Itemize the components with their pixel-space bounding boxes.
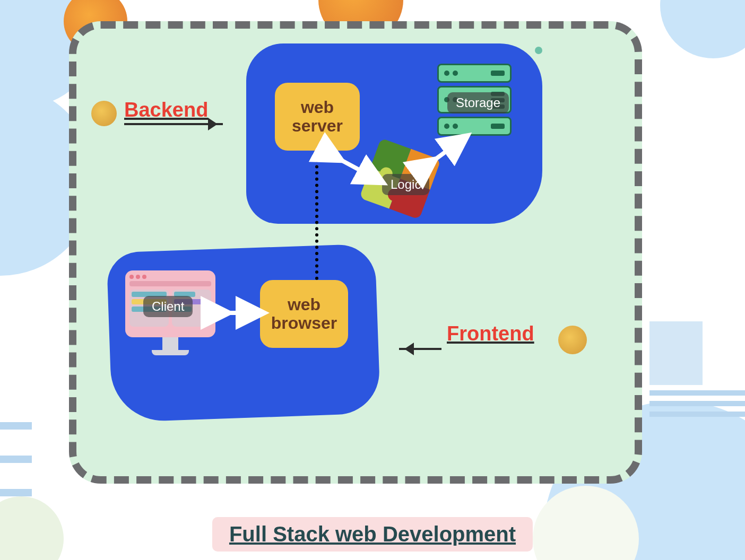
dotted-connector-line xyxy=(315,153,318,280)
bg-shape xyxy=(0,422,32,496)
client-label: Client xyxy=(143,296,193,317)
bg-shape xyxy=(660,0,745,58)
logic-label: Logic xyxy=(382,174,429,195)
decorative-circle-icon xyxy=(558,326,587,354)
diagram-title: Full Stack web Development xyxy=(212,517,533,552)
decorative-circle-icon xyxy=(91,101,117,126)
frontend-section-label: Frontend xyxy=(447,322,534,345)
web-browser-label: web browser xyxy=(264,295,344,332)
decorative-dot-icon xyxy=(535,47,542,54)
bg-shape xyxy=(649,321,745,412)
arrow-right-icon xyxy=(124,123,223,125)
arrow-left-icon xyxy=(399,348,441,350)
backend-section-label: Backend xyxy=(124,99,208,121)
bg-shape xyxy=(0,496,64,560)
web-server-node: web server xyxy=(275,83,360,151)
web-browser-node: web browser xyxy=(260,280,348,348)
storage-label: Storage xyxy=(447,92,509,113)
web-server-label: web server xyxy=(279,98,356,135)
